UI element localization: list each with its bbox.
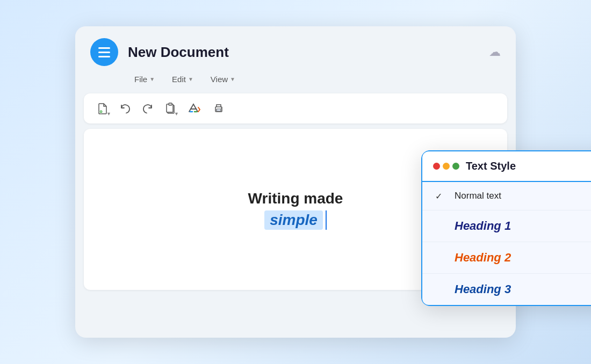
- svg-point-8: [221, 108, 222, 109]
- file-arrow: ▼: [149, 76, 155, 82]
- dropdown-header[interactable]: Text Style: [421, 150, 591, 182]
- heading2-label: Heading 2: [455, 251, 511, 265]
- document-body: Writing made simple Text Style: [75, 123, 516, 299]
- dots-icon: [433, 163, 459, 170]
- text-cursor: [326, 210, 327, 230]
- svg-rect-7: [217, 109, 221, 111]
- top-bar: New Document ☁ File ▼ Edit ▼ View ▼: [75, 26, 516, 87]
- normal-text-label: Normal text: [455, 191, 501, 201]
- style-heading2[interactable]: ✓ Heading 2: [422, 242, 591, 274]
- menu-row: File ▼ Edit ▼ View ▼: [127, 71, 501, 87]
- app-icon[interactable]: [90, 38, 118, 66]
- red-dot: [433, 163, 440, 170]
- heading3-label: Heading 3: [455, 282, 511, 296]
- text-style-title: Text Style: [466, 160, 516, 172]
- redo-button[interactable]: [138, 99, 158, 118]
- menu-edit[interactable]: Edit ▼: [164, 71, 201, 87]
- yellow-dot: [443, 163, 450, 170]
- menu-view[interactable]: View ▼: [203, 71, 243, 87]
- heading1-label: Heading 1: [455, 219, 511, 233]
- cloud-icon: ☁: [489, 45, 501, 59]
- svg-rect-3: [169, 103, 172, 105]
- new-doc-button[interactable]: ▼: [92, 99, 113, 118]
- print-button[interactable]: [208, 99, 229, 118]
- new-doc-arrow: ▼: [106, 111, 111, 117]
- document-area[interactable]: Writing made simple Text Style: [84, 129, 507, 290]
- document-title: New Document: [128, 44, 474, 61]
- menu-file[interactable]: File ▼: [127, 71, 162, 87]
- doc-highlight-word: simple: [264, 210, 323, 230]
- undo-button[interactable]: [115, 99, 135, 118]
- check-icon: ✓: [435, 191, 446, 201]
- toolbar: ▼ ▼: [84, 93, 507, 123]
- view-arrow: ▼: [230, 76, 235, 82]
- doc-highlight-row: simple: [248, 210, 343, 230]
- style-heading1[interactable]: ✓ Heading 1: [422, 210, 591, 242]
- format-button[interactable]: [183, 99, 206, 118]
- green-dot: [452, 163, 459, 170]
- edit-arrow: ▼: [188, 76, 193, 82]
- hamburger-icon: [90, 38, 118, 66]
- top-row: New Document ☁: [90, 38, 501, 66]
- paste-arrow: ▼: [174, 111, 179, 117]
- style-normal-text[interactable]: ✓ Normal text: [422, 182, 591, 210]
- document-content: Writing made simple: [248, 189, 343, 230]
- style-heading3[interactable]: ✓ Heading 3: [422, 274, 591, 305]
- doc-text-line1: Writing made: [248, 189, 343, 208]
- main-card: New Document ☁ File ▼ Edit ▼ View ▼: [75, 26, 516, 338]
- paste-button[interactable]: ▼: [160, 99, 181, 118]
- text-style-dropdown: Text Style ✓ Normal text ✓ Heading 1 ✓ H…: [421, 150, 591, 306]
- dropdown-list: ✓ Normal text ✓ Heading 1 ✓ Heading 2 ✓ …: [421, 182, 591, 306]
